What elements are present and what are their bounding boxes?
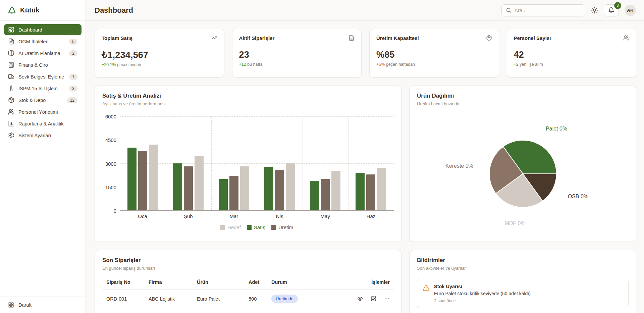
stat-card-value: %85 — [376, 50, 492, 60]
avatar[interactable]: AK — [625, 5, 636, 16]
notifications-list: Stok Uyarısı Euro Palet stoku kritik sev… — [417, 279, 629, 308]
notifications-title: Bildirimler — [417, 257, 629, 264]
collapse-label: Daralt — [18, 302, 32, 308]
pie-label-mdf: MDF 0% — [504, 220, 525, 226]
pie-label-osb: OSB 0% — [568, 194, 588, 199]
orders-column-durum: Durum — [271, 279, 350, 285]
order-actions — [350, 296, 390, 302]
notifications-subtitle: Son aktiviteler ve uyarılar — [417, 266, 629, 271]
stat-card-value: ₺1,234,567 — [102, 50, 217, 60]
orders-column-r-n: Ürün — [197, 279, 249, 285]
sidebar-item-label: Dashboard — [18, 27, 42, 33]
orders-column-sipari-no: Sipariş No — [106, 279, 149, 285]
app-logo: Kütük — [0, 0, 86, 21]
legend-item-retim: Üretim — [271, 224, 293, 230]
stat-card-title: Üretim Kapasitesi — [376, 35, 419, 41]
notification-time: 2 saat önce — [434, 299, 531, 303]
sidebar-nav: Dashboard OGM İhaleleri5 AI Üretim Planl… — [0, 21, 86, 297]
bar-group-ub — [166, 116, 211, 210]
notifications-button[interactable]: 3 — [604, 4, 619, 16]
sidebar-item-label: AI Üretim Planlama — [18, 51, 60, 56]
edit-pencil-icon[interactable] — [371, 296, 376, 302]
bar-chart: 01500300045006000 OcaŞubMarNisMayHaz Hed… — [102, 116, 394, 230]
x-tick-label: Haz — [348, 213, 394, 219]
sidebar-item-sevk-belgesi-e-leme[interactable]: Sevk Belgesi Eşleme1 — [4, 71, 82, 82]
pie-chart-title: Ürün Dağılımı — [417, 93, 629, 99]
stat-card-change: +12 bu hafta — [239, 62, 355, 67]
order-no: ORD-001 — [106, 296, 149, 302]
product-distribution-card: Ürün Dağılımı Üretim hacmi bazında Palet… — [409, 86, 636, 242]
bar-group-may — [303, 116, 348, 210]
orders-column-adet: Adet — [249, 279, 271, 285]
sidebar-item-raporlama-analitik[interactable]: Raporlama & Analitik — [4, 118, 82, 129]
stat-card-title: Aktif Siparişler — [239, 35, 275, 41]
stat-card-value: 42 — [514, 50, 630, 60]
sidebar-item-personel-y-netimi[interactable]: Personel Yönetimi — [4, 106, 82, 117]
bar-sat-nis — [264, 167, 273, 210]
sidebar-item-stok-depo[interactable]: Stok & Depo12 — [4, 95, 82, 106]
legend-swatch — [247, 225, 252, 230]
view-eye-icon[interactable] — [357, 296, 363, 302]
sidebar-item-dashboard[interactable]: Dashboard — [4, 24, 82, 35]
pie-label-kereste: Kereste 0% — [445, 163, 473, 169]
stat-cards: Toplam Satış ₺1,234,567 +20.1% geçen ayd… — [95, 29, 636, 77]
file-text-icon — [348, 35, 355, 41]
stat-card-title: Personel Sayısı — [514, 35, 551, 41]
sidebar-item-sistem-ayarlar[interactable]: Sistem Ayarları — [4, 130, 82, 141]
notification-count-badge: 3 — [614, 2, 621, 9]
sidebar-item-label: Personel Yönetimi — [18, 109, 58, 115]
bar-retim-haz — [366, 174, 375, 210]
notification-message: Euro Palet stoku kritik seviyede (50 ade… — [434, 291, 531, 296]
search-box[interactable] — [501, 4, 585, 16]
sidebar-item-finans-ciro[interactable]: Finans & Ciro — [4, 59, 82, 70]
order-row-ord-001: ORD-001 ABC Lojistik Euro Palet 500 Üret… — [102, 290, 394, 308]
bell-icon — [608, 7, 614, 13]
sidebar-item-ispm-15-is-l-i-lem[interactable]: ISPM 15 Isıl İşlem3 — [4, 83, 82, 94]
gear-icon — [8, 132, 14, 139]
stat-card-change: +2 yeni işe alım — [514, 62, 630, 67]
sidebar: Kütük Dashboard OGM İhaleleri5 AI Üretim… — [0, 0, 86, 313]
sidebar-item-badge: 2 — [69, 50, 77, 56]
bar-retim-ub — [184, 166, 193, 210]
sales-production-chart-card: Satış & Üretim Analizi Aylık satış ve ür… — [95, 86, 401, 242]
orders-subtitle: En güncel sipariş durumları — [102, 266, 394, 271]
bar-group-haz — [348, 116, 394, 210]
bar-chart-x-axis: OcaŞubMarNisMayHaz — [120, 213, 394, 219]
y-tick-label: 4500 — [105, 137, 116, 143]
bar-chart-subtitle: Aylık satış ve üretim performansı — [102, 101, 394, 106]
bar-hedef-may — [331, 171, 340, 210]
order-status-badge: Üretimde — [271, 295, 298, 303]
search-input[interactable] — [515, 7, 581, 13]
sidebar-item-label: Stok & Depo — [18, 98, 46, 103]
sidebar-item-label: Finans & Ciro — [18, 62, 48, 68]
stat-card-toplam-sat: Toplam Satış ₺1,234,567 +20.1% geçen ayd… — [95, 29, 224, 77]
main-area: Dashboard 3 AK Toplam Satış ₺1,234,567 +… — [86, 0, 644, 313]
orders-column-i-lemler: İşlemler — [350, 279, 390, 285]
x-tick-label: Nis — [257, 213, 303, 219]
sidebar-item-ogm-i-haleleri[interactable]: OGM İhaleleri5 — [4, 36, 82, 47]
order-product: Euro Palet — [197, 296, 249, 302]
pie-chart-subtitle: Üretim hacmi bazında — [417, 101, 629, 106]
sidebar-item-ai-retim-planlama[interactable]: AI Üretim Planlama2 — [4, 48, 82, 59]
sidebar-collapse-button[interactable]: Daralt — [0, 297, 86, 313]
notification-item-stok-uyar-s: Stok Uyarısı Euro Palet stoku kritik sev… — [417, 279, 629, 308]
page-content: Toplam Satış ₺1,234,567 +20.1% geçen ayd… — [86, 21, 644, 313]
search-icon — [506, 7, 512, 13]
x-tick-label: May — [303, 213, 348, 219]
y-tick-label: 3000 — [105, 161, 116, 166]
charts-row: Satış & Üretim Analizi Aylık satış ve ür… — [95, 86, 636, 242]
bar-group-nis — [257, 116, 303, 210]
legend-item-hedef: Hedef — [220, 224, 241, 230]
more-ellipsis-icon[interactable] — [384, 296, 390, 302]
bar-chart-y-axis: 01500300045006000 — [102, 116, 120, 211]
users-icon — [8, 109, 14, 115]
order-company: ABC Lojistik — [149, 296, 197, 302]
stat-card-change: +5% geçen haftadan — [376, 62, 492, 67]
sidebar-item-badge: 3 — [69, 86, 77, 92]
x-tick-label: Oca — [120, 213, 165, 219]
x-tick-label: Mar — [211, 213, 257, 219]
bar-retim-mar — [229, 176, 238, 210]
trending-up-icon — [211, 35, 217, 41]
dashboard-grid-icon — [8, 27, 14, 33]
theme-toggle-sun-icon[interactable] — [591, 7, 598, 14]
